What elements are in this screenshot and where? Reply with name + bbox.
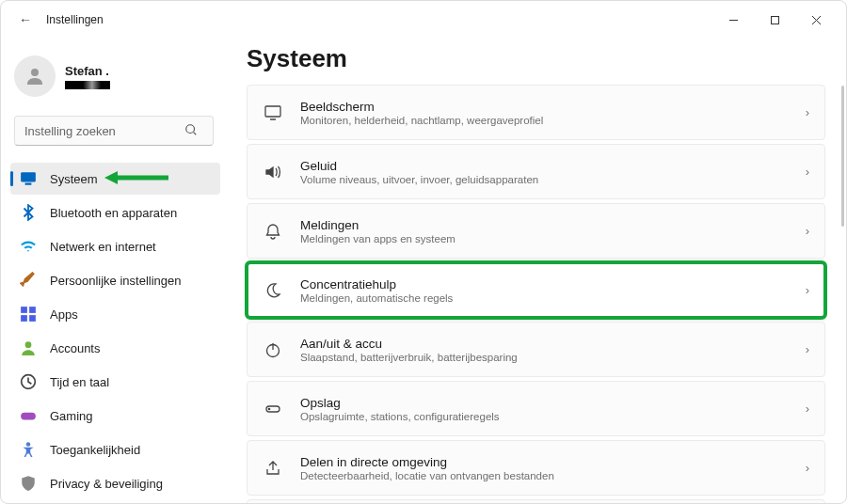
card-subtitle: Slaapstand, batterijverbruik, batterijbe…: [300, 352, 518, 363]
accessibility-icon: [20, 441, 37, 458]
settings-card-aan-uit-accu[interactable]: Aan/uit & accuSlaapstand, batterijverbru…: [247, 322, 825, 377]
sidebar-item-label: Apps: [50, 307, 78, 322]
avatar: [14, 55, 56, 97]
wifi-icon: [20, 238, 37, 255]
monitor-icon: [263, 102, 283, 123]
svg-rect-1: [771, 16, 778, 24]
card-title: Geluid: [300, 159, 538, 173]
chevron-right-icon: ›: [806, 461, 809, 475]
settings-card-delen-in-directe-omgeving[interactable]: Delen in directe omgevingDetecteerbaarhe…: [247, 440, 825, 496]
back-button[interactable]: ←: [10, 12, 40, 27]
svg-point-16: [26, 442, 31, 447]
shield-icon: [20, 475, 37, 492]
chevron-right-icon: ›: [806, 283, 809, 297]
chevron-right-icon: ›: [806, 165, 809, 179]
user-profile[interactable]: Stefan .: [14, 55, 220, 97]
chevron-right-icon: ›: [806, 224, 809, 238]
settings-card-opslag[interactable]: OpslagOpslagruimte, stations, configurat…: [247, 381, 825, 436]
window-title: Instellingen: [40, 13, 104, 26]
chevron-right-icon: ›: [806, 402, 809, 416]
card-title: Beeldscherm: [300, 100, 543, 114]
person-icon: [20, 339, 37, 356]
sidebar-item-label: Privacy & beveiliging: [50, 477, 163, 491]
svg-rect-12: [29, 315, 36, 322]
svg-rect-10: [29, 307, 36, 313]
clock-icon: [20, 373, 37, 390]
sidebar-item-apps[interactable]: Apps: [10, 298, 220, 330]
apps-icon: [20, 306, 37, 323]
card-subtitle: Volume niveaus, uitvoer, invoer, geluids…: [300, 174, 538, 185]
svg-point-13: [25, 341, 32, 348]
sidebar-item-label: Tijd en taal: [50, 375, 109, 389]
display-icon: [20, 170, 37, 187]
card-subtitle: Opslagruimte, stations, configuratierege…: [300, 411, 500, 422]
sidebar-item-toegankelijkheid[interactable]: Toegankelijkheid: [10, 433, 220, 465]
sidebar-item-bluetooth-en-apparaten[interactable]: Bluetooth en apparaten: [10, 197, 220, 228]
settings-card-meldingen[interactable]: MeldingenMeldingen van apps en systeem›: [247, 203, 825, 259]
settings-card-geluid[interactable]: GeluidVolume niveaus, uitvoer, invoer, g…: [247, 144, 825, 199]
chevron-right-icon: ›: [806, 105, 809, 119]
storage-icon: [263, 399, 283, 419]
sidebar-item-privacy-beveiliging[interactable]: Privacy & beveiliging: [10, 467, 220, 499]
card-subtitle: Detecteerbaarheid, locatie van ontvangen…: [300, 470, 554, 481]
svg-point-22: [268, 408, 269, 409]
card-title: Concentratiehulp: [300, 277, 453, 291]
svg-point-5: [186, 125, 195, 134]
share-icon: [263, 458, 283, 479]
page-title: Systeem: [247, 44, 825, 73]
user-email-redacted: [65, 81, 110, 89]
svg-rect-9: [21, 307, 27, 313]
card-title: Opslag: [300, 396, 500, 410]
sidebar-item-label: Toegankelijkheid: [50, 443, 140, 457]
sidebar-item-label: Accounts: [50, 341, 100, 355]
search-icon: [184, 123, 198, 139]
card-subtitle: Monitoren, helderheid, nachtlamp, weerga…: [300, 115, 543, 126]
svg-point-4: [31, 69, 39, 76]
scrollbar[interactable]: [841, 86, 844, 227]
svg-line-6: [194, 133, 197, 135]
card-subtitle: Meldingen van apps en systeem: [300, 233, 455, 244]
sidebar-item-persoonlijke-instellingen[interactable]: Persoonlijke instellingen: [10, 264, 220, 296]
sidebar-item-tijd-en-taal[interactable]: Tijd en taal: [10, 366, 220, 398]
close-button[interactable]: [795, 5, 837, 35]
card-title: Aan/uit & accu: [300, 337, 518, 351]
brush-icon: [20, 272, 37, 289]
maximize-button[interactable]: [754, 5, 795, 35]
sidebar-item-gaming[interactable]: Gaming: [10, 400, 220, 432]
minimize-button[interactable]: [712, 5, 754, 35]
sidebar-item-accounts[interactable]: Accounts: [10, 332, 220, 364]
sidebar-item-label: Persoonlijke instellingen: [50, 274, 181, 288]
sidebar-item-systeem[interactable]: Systeem: [10, 163, 220, 195]
moon-icon: [263, 280, 283, 301]
bell-icon: [263, 221, 283, 242]
settings-card-concentratiehulp[interactable]: ConcentratiehulpMeldingen, automatische …: [247, 262, 825, 318]
sidebar-item-label: Gaming: [50, 409, 93, 423]
settings-card-beeldscherm[interactable]: BeeldschermMonitoren, helderheid, nachtl…: [247, 85, 825, 140]
settings-card-multitasking[interactable]: MultitaskingVensters vastmaken, bureaubl…: [247, 499, 825, 503]
svg-rect-8: [25, 183, 32, 185]
sound-icon: [263, 162, 283, 182]
user-name: Stefan .: [65, 64, 110, 78]
svg-rect-17: [265, 106, 280, 117]
card-subtitle: Meldingen, automatische regels: [300, 292, 453, 304]
svg-rect-11: [21, 315, 27, 322]
sidebar-item-label: Systeem: [50, 172, 98, 186]
card-title: Delen in directe omgeving: [300, 455, 554, 469]
chevron-right-icon: ›: [806, 342, 809, 356]
svg-rect-15: [21, 413, 36, 420]
sidebar-item-netwerk-en-internet[interactable]: Netwerk en internet: [10, 230, 220, 262]
power-icon: [263, 339, 283, 360]
sidebar-item-label: Bluetooth en apparaten: [50, 206, 177, 220]
card-title: Meldingen: [300, 218, 455, 232]
svg-rect-7: [21, 172, 36, 181]
sidebar-item-label: Netwerk en internet: [50, 240, 156, 254]
bluetooth-icon: [20, 204, 37, 221]
gaming-icon: [20, 407, 37, 424]
